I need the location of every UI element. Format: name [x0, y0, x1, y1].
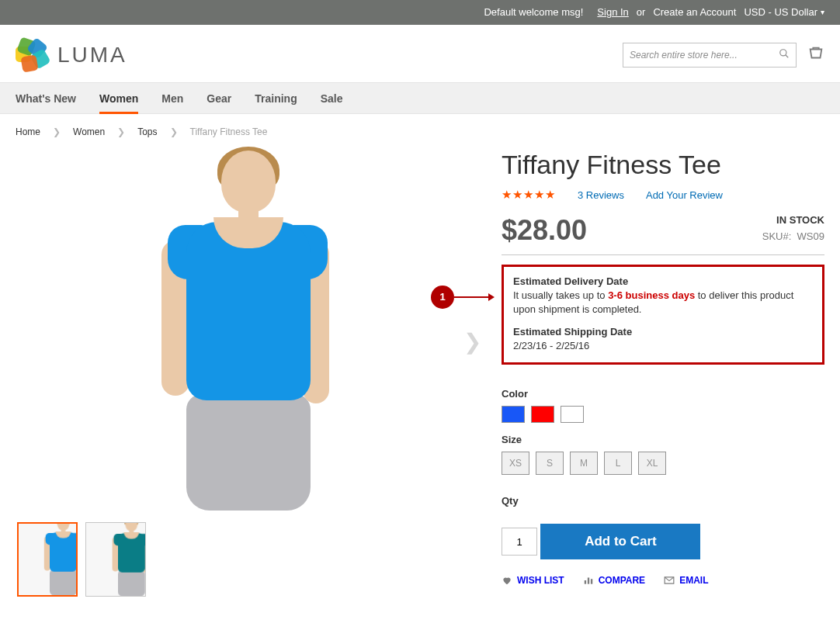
- nav-gear[interactable]: Gear: [207, 83, 231, 113]
- create-account-link[interactable]: Create an Account: [653, 6, 736, 18]
- product-actions: WISH LIST COMPARE EMAIL: [502, 575, 824, 586]
- stock-col: IN STOCK SKU#: WS09: [762, 214, 824, 242]
- svg-line-1: [786, 55, 789, 58]
- email-link[interactable]: EMAIL: [664, 575, 708, 586]
- top-panel: Default welcome msg! Sign In or Create a…: [0, 0, 840, 25]
- sign-in-link[interactable]: Sign In: [597, 6, 628, 18]
- delivery-highlight: 3-6 business days: [608, 289, 695, 301]
- logo-text: LUMA: [57, 43, 127, 68]
- carousel-next-icon[interactable]: ❯: [463, 329, 481, 355]
- divider: [502, 254, 824, 255]
- search-icon[interactable]: [779, 48, 790, 62]
- cart-icon[interactable]: [807, 45, 824, 65]
- nav-women[interactable]: Women: [99, 83, 138, 113]
- sku-label: SKU#:: [762, 230, 792, 242]
- stock-status: IN STOCK: [762, 214, 824, 226]
- shipping-title: Estimated Shipping Date: [513, 325, 813, 339]
- product-info: Tiffany Fitness Tee ★★★★★ 3 Reviews Add …: [502, 147, 824, 597]
- product-price: $28.00: [502, 214, 587, 247]
- delivery-title: Estimated Delivery Date: [513, 275, 813, 289]
- size-m[interactable]: M: [570, 452, 598, 475]
- search-box[interactable]: [623, 43, 797, 68]
- svg-point-0: [780, 50, 786, 56]
- currency-label: USD - US Dollar: [744, 6, 817, 18]
- size-xs[interactable]: XS: [502, 452, 529, 475]
- email-label: EMAIL: [679, 575, 708, 586]
- envelope-icon: [664, 575, 675, 586]
- thumbnail-row: [16, 522, 481, 597]
- thumbnail-2[interactable]: [85, 522, 146, 597]
- size-swatches: XS S M L XL: [502, 452, 824, 475]
- breadcrumb: Home ❯ Women ❯ Tops ❯ Tiffany Fitness Te…: [0, 114, 840, 147]
- crumb-women[interactable]: Women: [73, 126, 105, 137]
- crumb-tops[interactable]: Tops: [137, 126, 157, 137]
- compare-label: COMPARE: [599, 575, 645, 586]
- product-figure: [148, 151, 349, 507]
- estimate-box: 1 Estimated Delivery Date It usually tak…: [502, 265, 824, 365]
- annotation-1: 1: [431, 286, 493, 309]
- currency-switcher[interactable]: USD - US Dollar ▾: [744, 6, 824, 18]
- star-rating: ★★★★★: [502, 188, 556, 202]
- nav-training[interactable]: Training: [255, 83, 297, 113]
- svg-rect-3: [588, 577, 589, 583]
- heart-icon: [502, 575, 512, 586]
- or-text: or: [637, 6, 646, 18]
- svg-rect-2: [584, 580, 585, 584]
- sku-value: WS09: [797, 230, 824, 242]
- welcome-msg: Default welcome msg!: [484, 6, 583, 18]
- header-tools: [623, 43, 824, 68]
- add-to-cart-button[interactable]: Add to Cart: [540, 524, 700, 559]
- product-image[interactable]: ❯: [16, 147, 481, 511]
- svg-rect-4: [591, 579, 592, 583]
- chevron-right-icon: ❯: [53, 126, 61, 137]
- chevron-right-icon: ❯: [117, 126, 125, 137]
- logo[interactable]: LUMA: [16, 39, 127, 71]
- chevron-right-icon: ❯: [170, 126, 178, 137]
- compare-link[interactable]: COMPARE: [583, 575, 645, 586]
- search-input[interactable]: [630, 50, 779, 61]
- wishlist-link[interactable]: WISH LIST: [502, 575, 564, 586]
- add-review-link[interactable]: Add Your Review: [646, 189, 723, 201]
- arrow-right-icon: [454, 296, 493, 298]
- shipping-range: 2/23/16 - 2/25/16: [513, 339, 813, 353]
- chevron-down-icon: ▾: [821, 8, 824, 16]
- size-s[interactable]: S: [536, 452, 564, 475]
- header: LUMA: [0, 25, 840, 82]
- delivery-text: It usually takes up to 3-6 business days…: [513, 289, 813, 317]
- product-title: Tiffany Fitness Tee: [502, 150, 824, 180]
- qty-input[interactable]: [502, 528, 537, 556]
- color-label: Color: [502, 388, 824, 400]
- main-nav: What's New Women Men Gear Training Sale: [0, 82, 840, 114]
- nav-sale[interactable]: Sale: [321, 83, 343, 113]
- logo-icon: [16, 39, 48, 71]
- bar-chart-icon: [583, 575, 594, 586]
- delivery-text-a: It usually takes up to: [513, 289, 608, 301]
- nav-men[interactable]: Men: [161, 83, 183, 113]
- color-swatch-blue[interactable]: [502, 406, 525, 423]
- gallery: ❯: [16, 147, 481, 597]
- color-swatches: [502, 406, 824, 423]
- annotation-number: 1: [431, 286, 454, 309]
- crumb-home[interactable]: Home: [16, 126, 40, 137]
- size-label: Size: [502, 434, 824, 445]
- color-swatch-white[interactable]: [561, 406, 584, 423]
- wishlist-label: WISH LIST: [517, 575, 564, 586]
- crumb-current: Tiffany Fitness Tee: [190, 126, 268, 137]
- reviews-link[interactable]: 3 Reviews: [578, 189, 624, 201]
- thumbnail-1[interactable]: [17, 522, 78, 597]
- product-main: ❯ Tiffany Fitness Tee ★★★★★ 3 Reviews Ad…: [0, 147, 840, 612]
- qty-label: Qty: [502, 495, 824, 507]
- sku: SKU#: WS09: [762, 230, 824, 242]
- color-swatch-red[interactable]: [531, 406, 554, 423]
- size-l[interactable]: L: [604, 452, 632, 475]
- size-xl[interactable]: XL: [638, 452, 666, 475]
- nav-whats-new[interactable]: What's New: [16, 83, 76, 113]
- price-row: $28.00 IN STOCK SKU#: WS09: [502, 214, 824, 247]
- rating-row: ★★★★★ 3 Reviews Add Your Review: [502, 188, 824, 202]
